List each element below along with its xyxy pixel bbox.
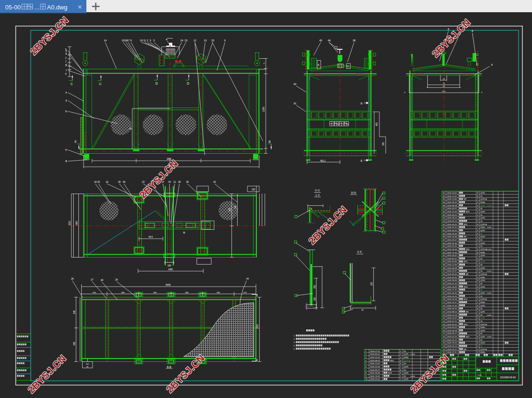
svg-text:62: 62 — [443, 192, 445, 194]
svg-text:24: 24 — [180, 39, 183, 42]
svg-text:39: 39 — [118, 180, 121, 183]
svg-text:56: 56 — [443, 211, 445, 213]
svg-text:46: 46 — [328, 39, 331, 42]
svg-text:27: 27 — [91, 278, 93, 281]
svg-text:28: 28 — [178, 180, 181, 183]
svg-text:65Mn: 65Mn — [480, 301, 485, 304]
svg-text:JD05-19-27: JD05-19-27 — [447, 301, 457, 304]
svg-text:6: 6 — [224, 39, 225, 42]
svg-text:Q235: Q235 — [480, 279, 486, 281]
svg-text:Q235: Q235 — [480, 204, 486, 207]
svg-text:L=2m: L=2m — [410, 353, 415, 355]
svg-text:1460: 1460 — [76, 220, 78, 226]
svg-text:120: 120 — [370, 282, 373, 286]
svg-text:9: 9 — [130, 39, 131, 42]
svg-text:M8: M8 — [466, 311, 469, 313]
svg-text:1250: 1250 — [262, 107, 265, 112]
svg-text:JD05-68-04: JD05-68-04 — [370, 359, 380, 362]
svg-text:JD05-25-15: JD05-25-15 — [447, 339, 457, 341]
svg-text:Q235: Q235 — [404, 378, 409, 380]
svg-text:M16: M16 — [388, 372, 393, 374]
svg-text:JD05-55-45: JD05-55-45 — [447, 245, 457, 247]
svg-text:3.: 3. — [293, 342, 295, 343]
svg-text:JD05-14-22: JD05-14-22 — [447, 317, 457, 319]
svg-text:65Mn: 65Mn — [480, 226, 485, 228]
svg-text:Q235: Q235 — [480, 311, 486, 313]
svg-text:45: 45 — [443, 245, 445, 247]
svg-text:JD05-88-24: JD05-88-24 — [447, 311, 457, 313]
svg-text:25: 25 — [97, 180, 100, 183]
svg-text:JD05-18-44: JD05-18-44 — [447, 248, 457, 250]
svg-text:JD05-29-37: JD05-29-37 — [447, 270, 457, 272]
svg-text:17: 17 — [127, 39, 130, 42]
svg-text:1:10: 1:10 — [478, 374, 482, 376]
svg-text:Q235: Q235 — [404, 353, 409, 355]
svg-text:35: 35 — [443, 276, 445, 279]
svg-text:JD05-49-57: JD05-49-57 — [447, 207, 457, 210]
svg-text:JD05-61-33: JD05-61-33 — [447, 282, 457, 285]
svg-text:30: 30 — [443, 292, 445, 294]
svg-text:JD05-46-18: JD05-46-18 — [447, 329, 457, 332]
svg-text:26: 26 — [71, 277, 74, 280]
svg-text:Q235: Q235 — [480, 292, 486, 294]
svg-text:ZX2008-05-00: ZX2008-05-00 — [500, 376, 516, 379]
svg-text:45: 45 — [404, 375, 406, 377]
svg-text:45: 45 — [480, 282, 483, 285]
svg-text:Q235: Q235 — [480, 254, 486, 257]
svg-text:JD05-87-41: JD05-87-41 — [447, 258, 457, 260]
svg-text:L=2m: L=2m — [410, 375, 415, 377]
svg-text:65Mn: 65Mn — [404, 356, 409, 359]
svg-text:JD05-65-55: JD05-65-55 — [447, 214, 457, 216]
svg-text:Q235: Q235 — [480, 217, 486, 219]
svg-text:JD05-72-26: JD05-72-26 — [447, 304, 457, 307]
svg-text:680: 680 — [185, 291, 189, 294]
svg-text:JD05-84-02: JD05-84-02 — [370, 353, 380, 355]
svg-text:25: 25 — [211, 39, 214, 42]
svg-text:2: 2 — [146, 39, 148, 42]
svg-text:Q235-A: Q235-A — [480, 298, 487, 300]
svg-text:Q235: Q235 — [480, 229, 486, 232]
svg-text:L=2m: L=2m — [487, 270, 492, 272]
svg-text:05-00: 05-00 — [5, 4, 21, 11]
svg-text:845: 845 — [73, 342, 76, 345]
svg-text:JD05-73-09: JD05-73-09 — [370, 375, 380, 377]
svg-text:B: B — [65, 160, 67, 163]
svg-text:Q235: Q235 — [480, 336, 486, 338]
svg-text:...: ... — [34, 4, 39, 11]
svg-text:19: 19 — [443, 326, 445, 328]
svg-text:Q235: Q235 — [480, 235, 486, 238]
svg-text:Q235: Q235 — [480, 260, 486, 263]
svg-text:42: 42 — [213, 180, 216, 183]
svg-text:JD05-12-56: JD05-12-56 — [447, 211, 457, 213]
svg-text:100: 100 — [86, 363, 89, 365]
svg-text:26: 26 — [443, 304, 445, 307]
svg-text:M: M — [130, 127, 131, 130]
svg-text:1500: 1500 — [69, 220, 71, 226]
svg-text:44: 44 — [443, 248, 445, 250]
svg-text:33: 33 — [443, 282, 445, 285]
svg-text:10: 10 — [365, 378, 368, 380]
svg-text:21: 21 — [443, 320, 445, 322]
svg-text:L=2m: L=2m — [487, 205, 492, 207]
svg-text:38: 38 — [353, 39, 355, 42]
svg-text:59: 59 — [443, 201, 445, 203]
svg-text:Q235-A: Q235-A — [480, 198, 487, 200]
svg-text:JD05-60-50: JD05-60-50 — [447, 229, 457, 232]
svg-text:48: 48 — [443, 235, 445, 238]
svg-text:45: 45 — [480, 258, 483, 260]
svg-text:Q235-A: Q235-A — [480, 348, 487, 351]
svg-text:M16: M16 — [466, 211, 470, 213]
svg-text:150: 150 — [314, 297, 316, 301]
svg-text:100: 100 — [168, 265, 171, 267]
svg-text:Q235: Q235 — [480, 286, 486, 288]
svg-text:5.: 5. — [293, 348, 295, 350]
svg-text:Q235: Q235 — [480, 329, 486, 332]
svg-text:M12: M12 — [464, 260, 468, 263]
svg-text:45: 45 — [404, 369, 406, 371]
svg-text:M16: M16 — [466, 248, 470, 250]
svg-text:JD05-50-40: JD05-50-40 — [447, 260, 457, 263]
svg-text:65Mn: 65Mn — [480, 326, 485, 328]
svg-text:✕: ✕ — [77, 4, 82, 10]
svg-text:C: C — [70, 82, 73, 86]
svg-text:D: D — [155, 82, 158, 85]
